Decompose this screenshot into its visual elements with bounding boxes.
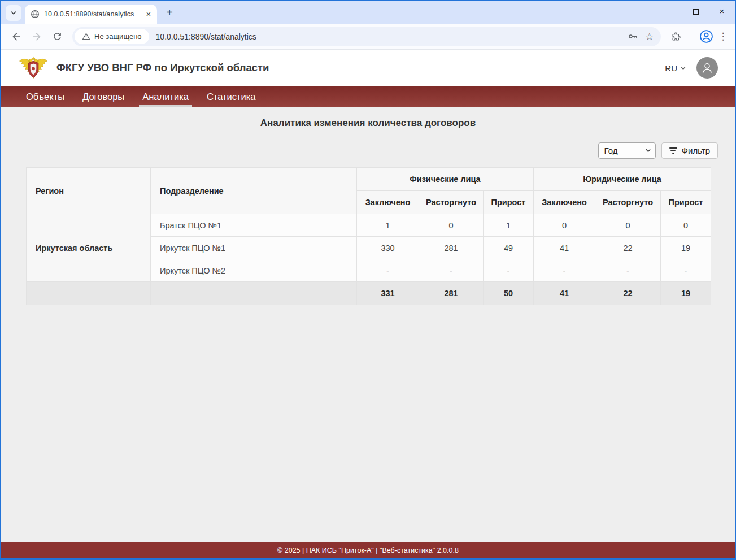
chevron-down-icon	[10, 10, 17, 16]
totals-region-blank	[27, 282, 151, 305]
value-cell: -	[661, 259, 711, 282]
warning-triangle-icon	[82, 32, 90, 41]
browser-profile-button[interactable]	[696, 27, 716, 46]
value-cell: 1	[357, 214, 419, 237]
browser-tabstrip: 10.0.0.51:8890/stat/analytics × + – ×	[1, 1, 735, 24]
value-cell: 330	[357, 237, 419, 259]
value-cell: -	[357, 259, 419, 282]
total-cell: 19	[661, 282, 711, 305]
col-header-growth-ind: Прирост	[484, 191, 534, 214]
reload-button[interactable]	[47, 27, 67, 46]
col-header-concluded-legal: Заключено	[534, 191, 595, 214]
total-cell: 331	[357, 282, 419, 305]
main-content: Аналитика изменения количества договоров…	[1, 107, 735, 542]
back-button[interactable]	[7, 27, 26, 46]
browser-tab[interactable]: 10.0.0.51:8890/stat/analytics ×	[25, 5, 157, 24]
value-cell: 19	[661, 237, 711, 259]
browser-window: 10.0.0.51:8890/stat/analytics × + – ×	[0, 0, 736, 560]
analytics-table-wrap: Регион Подразделение Физические лица Юри…	[26, 167, 710, 305]
totals-row: 331 281 50 41 22 19	[27, 282, 711, 305]
total-cell: 41	[534, 282, 595, 305]
security-label: Не защищено	[94, 32, 142, 41]
security-chip[interactable]: Не защищено	[75, 29, 149, 44]
subdivision-cell: Иркутск ПЦО №2	[151, 259, 357, 282]
col-header-terminated-ind: Расторгнуто	[419, 191, 484, 214]
tab-close-icon[interactable]: ×	[143, 9, 154, 19]
subdivision-cell: Братск ПЦО №1	[151, 214, 357, 237]
tab-title: 10.0.0.51:8890/stat/analytics	[44, 10, 139, 18]
reload-icon	[52, 31, 63, 42]
main-nav: Объекты Договоры Аналитика Статистика	[1, 86, 735, 107]
address-bar[interactable]: Не защищено 10.0.0.51:8890/stat/analytic…	[72, 27, 661, 46]
page-title: Аналитика изменения количества договоров	[1, 118, 735, 129]
footer-text: © 2025 | ПАК ИСБ "Приток-А" | "Веб-стати…	[277, 546, 459, 554]
maximize-button[interactable]	[683, 1, 709, 21]
language-label: RU	[665, 63, 677, 73]
window-controls: – ×	[657, 1, 735, 21]
total-cell: 22	[595, 282, 661, 305]
region-cell: Иркутская область	[27, 214, 151, 282]
value-cell: 0	[595, 214, 661, 237]
period-select-wrap: Год	[598, 142, 656, 159]
extensions-puzzle-icon[interactable]	[667, 27, 686, 46]
controls-row: Год Фильтр	[1, 142, 718, 159]
password-key-icon[interactable]	[628, 31, 638, 42]
org-title: ФКГУ УВО ВНГ РФ по Иркутской области	[56, 62, 269, 74]
close-window-button[interactable]: ×	[709, 1, 735, 21]
globe-favicon-icon	[31, 10, 40, 19]
forward-button[interactable]	[27, 27, 46, 46]
person-icon	[700, 61, 714, 75]
value-cell: 49	[484, 237, 534, 259]
totals-subdivision-blank	[151, 282, 357, 305]
forward-arrow-icon	[31, 31, 42, 42]
value-cell: 0	[419, 214, 484, 237]
col-header-region: Регион	[27, 168, 151, 214]
value-cell: 1	[484, 214, 534, 237]
language-selector[interactable]: RU	[665, 63, 686, 73]
value-cell: 0	[534, 214, 595, 237]
col-header-growth-legal: Прирост	[661, 191, 711, 214]
site-footer: © 2025 | ПАК ИСБ "Приток-А" | "Веб-стати…	[1, 542, 735, 558]
table-row: Иркутская область Братск ПЦО №1 1 0 1 0 …	[27, 214, 711, 237]
col-header-concluded-ind: Заключено	[357, 191, 419, 214]
col-header-terminated-legal: Расторгнуто	[595, 191, 661, 214]
value-cell: -	[484, 259, 534, 282]
url-text: 10.0.0.51:8890/stat/analytics	[156, 32, 621, 41]
user-avatar[interactable]	[696, 57, 718, 79]
bookmark-star-icon[interactable]: ☆	[645, 32, 654, 42]
filter-lines-icon	[669, 146, 677, 156]
col-group-individuals: Физические лица	[357, 168, 534, 191]
col-group-legal-entities: Юридические лица	[534, 168, 711, 191]
browser-menu-kebab-icon[interactable]: ⋮	[717, 31, 729, 42]
toolbar-divider	[691, 31, 691, 42]
minimize-button[interactable]: –	[657, 1, 683, 21]
rosgvardia-emblem-icon	[18, 55, 49, 81]
nav-item-statistics[interactable]: Статистика	[206, 86, 257, 107]
nav-item-analytics[interactable]: Аналитика	[141, 86, 190, 107]
value-cell: -	[534, 259, 595, 282]
analytics-table: Регион Подразделение Физические лица Юри…	[26, 167, 711, 305]
value-cell: -	[595, 259, 661, 282]
value-cell: 0	[661, 214, 711, 237]
value-cell: 22	[595, 237, 661, 259]
maximize-icon	[693, 9, 699, 15]
filter-button[interactable]: Фильтр	[661, 142, 718, 159]
value-cell: 41	[534, 237, 595, 259]
site-header: ФКГУ УВО ВНГ РФ по Иркутской области RU	[1, 50, 735, 86]
tab-search-button[interactable]	[6, 5, 21, 21]
nav-item-contracts[interactable]: Договоры	[81, 86, 125, 107]
filter-button-label: Фильтр	[682, 146, 710, 155]
back-arrow-icon	[11, 31, 22, 42]
header-right: RU	[665, 57, 718, 79]
subdivision-cell: Иркутск ПЦО №1	[151, 237, 357, 259]
profile-avatar-icon	[699, 29, 713, 44]
new-tab-button[interactable]: +	[162, 5, 177, 21]
value-cell: -	[419, 259, 484, 282]
nav-item-objects[interactable]: Объекты	[25, 86, 66, 107]
period-select[interactable]: Год	[598, 142, 656, 159]
col-header-subdivision: Подразделение	[151, 168, 357, 214]
browser-toolbar: Не защищено 10.0.0.51:8890/stat/analytic…	[1, 24, 735, 50]
total-cell: 50	[484, 282, 534, 305]
total-cell: 281	[419, 282, 484, 305]
table-group-header-row: Регион Подразделение Физические лица Юри…	[27, 168, 711, 191]
